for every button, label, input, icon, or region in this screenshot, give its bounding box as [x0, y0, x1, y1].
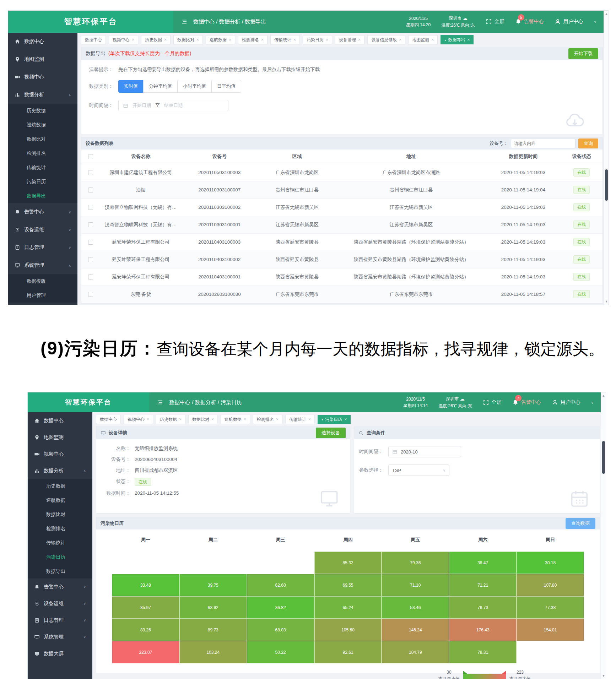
user-center-button[interactable]: 用户中心 [555, 18, 583, 25]
tab[interactable]: ●污染日历× [318, 415, 351, 424]
tab[interactable]: 数据中心 [96, 415, 121, 424]
tab[interactable]: 视频中心× [124, 415, 153, 424]
tab[interactable]: 巡航数据× [206, 35, 235, 44]
sidebar-item[interactable]: 巡航数据 [28, 493, 92, 507]
tab[interactable]: 地图监测× [408, 35, 438, 44]
sidebar-item[interactable]: 数据分析∧ [8, 86, 77, 104]
sidebar-item[interactable]: 设备运维∨ [8, 221, 77, 239]
date-range-input[interactable]: 开始日期 至 结束日期 [118, 100, 228, 111]
sidebar-item[interactable]: 地图监测 [28, 429, 92, 446]
scrollbar-thumb[interactable] [602, 441, 605, 474]
tab[interactable]: 历史数据× [156, 415, 185, 424]
month-input[interactable]: 2020-10 [388, 446, 461, 457]
row-checkbox[interactable] [88, 257, 93, 262]
close-icon[interactable]: × [211, 417, 214, 422]
tab[interactable]: 巡航数据× [221, 415, 250, 424]
tab[interactable]: 传输统计× [285, 415, 315, 424]
tab[interactable]: 设备信息修改× [367, 35, 405, 44]
vertical-scrollbar[interactable]: ▲ ▼ [601, 392, 606, 679]
tab[interactable]: 传输统计× [270, 35, 300, 44]
tab[interactable]: 数据比对× [173, 35, 203, 44]
sidebar-item[interactable]: 传输统计 [28, 536, 92, 550]
sidebar-item[interactable]: 用户管理 [8, 288, 77, 303]
close-icon[interactable]: × [229, 37, 231, 42]
sidebar-item[interactable]: 传输统计 [8, 161, 77, 175]
row-checkbox[interactable] [88, 205, 93, 210]
row-checkbox[interactable] [88, 240, 93, 245]
scroll-down-arrow[interactable]: ▼ [604, 299, 609, 304]
row-checkbox[interactable] [88, 292, 93, 297]
query-data-button[interactable]: 查询数据 [566, 518, 595, 529]
select-device-button[interactable]: 选择设备 [316, 428, 346, 438]
tab[interactable]: 视频中心× [109, 35, 138, 44]
sidebar-item[interactable]: 告警中心∨ [8, 203, 77, 221]
sidebar-item[interactable]: 数据分析∧ [28, 462, 92, 479]
scrollbar-thumb[interactable] [605, 169, 608, 201]
close-icon[interactable]: × [179, 417, 182, 422]
alarm-center-button[interactable]: 5 告警中心 [515, 18, 544, 25]
close-icon[interactable]: × [132, 37, 134, 42]
close-icon[interactable]: × [164, 37, 167, 42]
close-icon[interactable]: × [399, 37, 401, 42]
tab[interactable]: 数据中心 [81, 35, 106, 44]
close-icon[interactable]: × [244, 417, 246, 422]
close-icon[interactable]: × [196, 37, 199, 42]
data-category-button[interactable]: 小时平均值 [177, 80, 212, 93]
close-icon[interactable]: × [467, 37, 470, 42]
sidebar-item[interactable]: 数据中心 [8, 33, 77, 50]
sidebar-item[interactable]: 数据模版 [8, 274, 77, 288]
sidebar-item[interactable]: 历史数据 [28, 479, 92, 493]
alarm-center-button[interactable]: 7 告警中心 [512, 399, 541, 406]
sidebar-item[interactable]: 污染日历 [8, 175, 77, 189]
menu-icon[interactable] [181, 18, 188, 25]
sidebar-item[interactable]: 视频中心 [8, 68, 77, 86]
sidebar-item[interactable]: 历史数据 [8, 104, 77, 118]
close-icon[interactable]: × [261, 37, 264, 42]
data-category-button[interactable]: 分钟平均值 [143, 80, 178, 93]
sidebar-item[interactable]: 数据大屏 [28, 645, 92, 662]
sidebar-item[interactable]: 告警中心∨ [28, 578, 92, 595]
row-checkbox[interactable] [88, 170, 93, 175]
close-icon[interactable]: × [344, 417, 347, 422]
search-button[interactable]: 查询 [578, 138, 598, 148]
close-icon[interactable]: × [358, 37, 361, 42]
param-select[interactable]: TSP ∨ [388, 465, 449, 476]
tab[interactable]: 历史数据× [141, 35, 171, 44]
sidebar-item[interactable]: 设备运维∨ [28, 595, 92, 612]
scroll-up-arrow[interactable]: ▲ [601, 393, 606, 398]
scroll-up-arrow[interactable]: ▲ [604, 11, 609, 16]
close-icon[interactable]: × [308, 417, 311, 422]
sidebar-item[interactable]: 巡航数据 [8, 118, 77, 132]
select-all-checkbox[interactable] [88, 154, 93, 159]
user-center-button[interactable]: 用户中心 [552, 399, 580, 406]
tab[interactable]: 设备管理× [335, 35, 364, 44]
data-category-button[interactable]: 实时值 [118, 80, 144, 93]
row-checkbox[interactable] [88, 222, 93, 227]
menu-icon[interactable] [157, 399, 163, 406]
sidebar-item[interactable]: 视频中心 [28, 446, 92, 462]
sidebar-item[interactable]: 系统管理∨ [28, 629, 92, 645]
device-no-input[interactable] [511, 139, 576, 148]
fullscreen-button[interactable]: 全屏 [486, 18, 504, 25]
fullscreen-button[interactable]: 全屏 [483, 399, 502, 406]
sidebar-item[interactable]: 数据中心 [28, 412, 92, 429]
close-icon[interactable]: × [431, 37, 434, 42]
scroll-down-arrow[interactable]: ▼ [601, 673, 606, 678]
sidebar-item[interactable]: 日志管理∨ [28, 612, 92, 629]
sidebar-item[interactable]: 日志管理∨ [8, 239, 77, 256]
tab[interactable]: ●数据导出× [441, 35, 474, 44]
vertical-scrollbar[interactable]: ▲ ▼ [604, 11, 609, 305]
close-icon[interactable]: × [276, 417, 279, 422]
close-icon[interactable]: × [147, 417, 149, 422]
data-category-button[interactable]: 日平均值 [211, 80, 241, 93]
sidebar-item[interactable]: 检测排名 [28, 522, 92, 536]
start-download-button[interactable]: 开始下载 [568, 48, 598, 59]
tab[interactable]: 检测排名× [238, 35, 268, 44]
close-icon[interactable]: × [293, 37, 296, 42]
sidebar-item[interactable]: 数据比对 [8, 132, 77, 146]
row-checkbox[interactable] [88, 188, 93, 192]
sidebar-item[interactable]: 系统管理∧ [8, 256, 77, 274]
tab[interactable]: 检测排名× [253, 415, 282, 424]
sidebar-item[interactable]: 地图监测 [8, 50, 77, 68]
close-icon[interactable]: × [326, 37, 328, 42]
